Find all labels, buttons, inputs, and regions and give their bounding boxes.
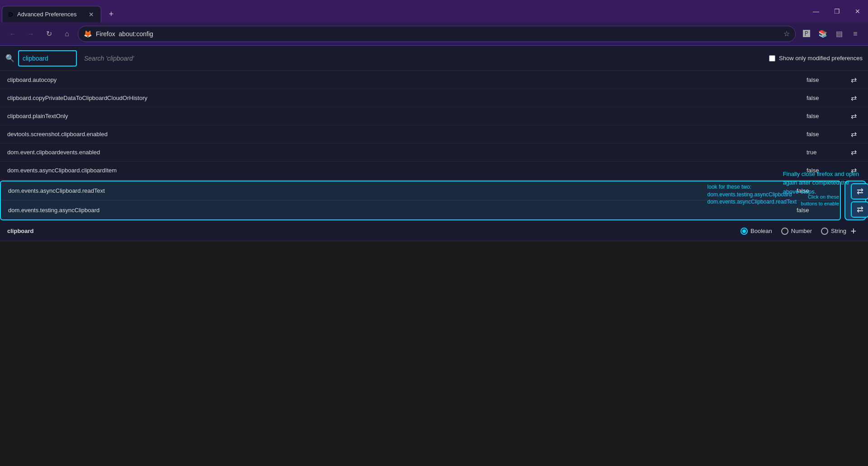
table-row[interactable]: clipboard.copyPrivateDataToClipboardClou… (0, 89, 868, 107)
new-tab-button[interactable]: + (103, 6, 119, 22)
window-controls: — ❐ ✕ (806, 0, 868, 22)
browser-name: Firefox about:config (96, 30, 780, 38)
show-modified-wrap: Show only modified preferences (769, 55, 863, 62)
title-bar: ⚙ Advanced Preferences ✕ + — ❐ ✕ (0, 0, 868, 22)
search-input-value: clipboard (19, 55, 52, 62)
back-button[interactable]: ← (5, 27, 20, 41)
radio-boolean-circle (741, 228, 748, 235)
pref-value: true (807, 149, 843, 156)
reset-button[interactable]: ⇄ (846, 128, 861, 141)
show-modified-label: Show only modified preferences (779, 55, 863, 62)
bottom-annotation: Finally close firefox and openagain afte… (783, 170, 859, 196)
pref-name: dom.events.asyncClipboard.clipboardItem (7, 167, 807, 174)
pref-value: false (807, 131, 843, 138)
search-hint-text: Search 'clipboard' (80, 55, 134, 62)
reset-button[interactable]: ⇄ (846, 146, 861, 159)
menu-button[interactable]: ≡ (848, 27, 863, 41)
pocket-button[interactable]: 🅿 (799, 27, 814, 41)
pref-name: clipboard.autocopy (7, 76, 807, 83)
reset-button[interactable]: ⇄ (846, 92, 861, 105)
search-bar: 🔍 clipboard Search 'clipboard' Show only… (0, 46, 868, 71)
new-pref-name: clipboard (7, 228, 722, 234)
highlighted-rows-container: dom.events.asyncClipboard.readText look … (0, 181, 868, 220)
pref-value: false (797, 207, 833, 214)
active-tab[interactable]: ⚙ Advanced Preferences ✕ (2, 6, 101, 22)
preferences-table: clipboard.autocopy false ⇄ clipboard.cop… (0, 71, 868, 241)
library-button[interactable]: 📚 (816, 27, 830, 41)
tab-title: Advanced Preferences (17, 11, 84, 18)
table-row[interactable]: clipboard.plainTextOnly false ⇄ (0, 107, 868, 125)
maximize-button[interactable]: ❐ (826, 0, 847, 22)
add-preference-button[interactable]: + (846, 225, 861, 238)
tab-close-button[interactable]: ✕ (87, 10, 95, 19)
search-input-box[interactable]: clipboard (18, 50, 77, 67)
forward-button[interactable]: → (24, 27, 38, 41)
table-row[interactable]: dom.events.asyncClipboard.readText look … (1, 181, 840, 200)
home-button[interactable]: ⌂ (60, 27, 74, 41)
type-radio-group: Boolean Number String (741, 228, 846, 235)
table-row[interactable]: devtools.screenshot.clipboard.enabled fa… (0, 125, 868, 143)
tab-bar: ⚙ Advanced Preferences ✕ + (0, 0, 119, 22)
table-row[interactable]: dom.events.asyncClipboard.clipboardItem … (0, 162, 868, 180)
highlighted-rows: dom.events.asyncClipboard.readText look … (0, 181, 841, 220)
pref-name: dom.events.asyncClipboard.readText (8, 187, 698, 194)
reload-button[interactable]: ↻ (42, 27, 56, 41)
radio-boolean[interactable]: Boolean (741, 228, 772, 235)
pref-value: false (807, 76, 843, 83)
radio-number-label: Number (791, 228, 812, 234)
tab-gear-icon: ⚙ (8, 11, 14, 18)
pref-name: clipboard.plainTextOnly (7, 113, 807, 119)
pref-value: false (807, 113, 843, 119)
pref-name: dom.event.clipboardevents.enabled (7, 149, 807, 156)
nav-bar: ← → ↻ ⌂ 🦊 Firefox about:config ☆ 🅿 📚 ▤ ≡ (0, 22, 868, 46)
search-icon: 🔍 (5, 54, 14, 62)
radio-string-label: String (831, 228, 846, 234)
table-row[interactable]: dom.event.clipboardevents.enabled true ⇄ (0, 143, 868, 162)
radio-number[interactable]: Number (781, 228, 812, 235)
pref-name: clipboard.copyPrivateDataToClipboardClou… (7, 95, 807, 101)
pref-value: false (807, 95, 843, 101)
sidebar-button[interactable]: ▤ (832, 27, 846, 41)
table-row[interactable]: clipboard.autocopy false ⇄ (0, 71, 868, 89)
minimize-button[interactable]: — (806, 0, 826, 22)
radio-number-circle (781, 228, 788, 235)
radio-string[interactable]: String (821, 228, 846, 235)
main-content: clipboard.autocopy false ⇄ clipboard.cop… (0, 71, 868, 241)
pref-name: dom.events.testing.asyncClipboard (8, 207, 797, 214)
reset-button[interactable]: ⇄ (846, 110, 861, 123)
radio-boolean-label: Boolean (750, 228, 772, 234)
add-preference-row: clipboard Boolean Number String + (0, 221, 868, 241)
url-bar[interactable]: 🦊 Firefox about:config ☆ (78, 26, 796, 42)
reset-button[interactable]: ⇄ (846, 74, 861, 86)
firefox-icon: 🦊 (84, 30, 92, 38)
pref-name: devtools.screenshot.clipboard.enabled (7, 131, 807, 138)
show-modified-checkbox[interactable] (769, 55, 775, 62)
close-button[interactable]: ✕ (847, 0, 868, 22)
bookmark-star-icon[interactable]: ☆ (783, 29, 790, 38)
nav-right-icons: 🅿 📚 ▤ ≡ (799, 27, 863, 41)
reset-button-testing[interactable]: ⇄ (851, 201, 868, 218)
radio-string-circle (821, 228, 828, 235)
